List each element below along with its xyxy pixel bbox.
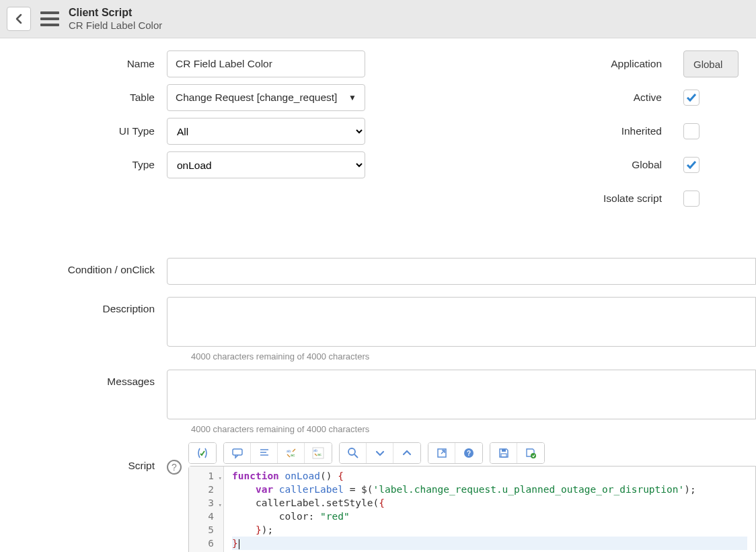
inherited-label: Inherited — [378, 125, 674, 137]
scroll-up-button[interactable] — [393, 443, 420, 463]
global-checkbox[interactable] — [683, 157, 700, 173]
help-button[interactable]: ? — [455, 443, 482, 463]
svg-rect-15 — [502, 449, 506, 452]
table-value: Change Request [change_request] — [176, 92, 337, 104]
back-button[interactable] — [7, 7, 31, 31]
popout-button[interactable] — [428, 443, 455, 463]
svg-text:ac: ac — [317, 452, 322, 456]
ui-type-label: UI Type — [0, 125, 167, 137]
active-checkbox[interactable] — [683, 90, 700, 106]
comment-icon — [231, 447, 243, 459]
chevron-down-icon — [374, 447, 386, 459]
format-icon — [258, 447, 270, 459]
syntax-button[interactable] — [189, 443, 216, 463]
messages-label: Messages — [0, 370, 167, 388]
application-value: Global — [683, 50, 739, 77]
chevron-down-icon: ▼ — [348, 93, 356, 102]
format-button[interactable] — [251, 443, 278, 463]
chevron-left-icon — [15, 13, 23, 24]
ui-type-select[interactable]: All — [167, 118, 365, 145]
messages-counter: 4000 characters remaining of 4000 charac… — [191, 424, 756, 434]
isolate-label: Isolate script — [378, 193, 674, 205]
name-label: Name — [0, 58, 167, 70]
description-counter: 4000 characters remaining of 4000 charac… — [191, 351, 756, 361]
popout-icon — [436, 447, 448, 459]
help-icon: ? — [463, 447, 475, 459]
script-editor[interactable]: 1▾23▾456 function onLoad() { var callerL… — [188, 466, 756, 552]
inherited-checkbox[interactable] — [683, 123, 700, 139]
global-label: Global — [378, 159, 674, 171]
save-icon — [498, 447, 510, 459]
condition-label: Condition / onClick — [0, 258, 167, 276]
save-script-button[interactable] — [490, 443, 517, 463]
svg-line-10 — [354, 454, 358, 458]
search-button[interactable] — [340, 443, 367, 463]
condition-field[interactable] — [167, 258, 756, 285]
page-header: Client Script CR Field Label Color — [0, 0, 756, 38]
menu-icon[interactable] — [40, 11, 59, 26]
header-title-block: Client Script CR Field Label Color — [69, 7, 162, 31]
isolate-checkbox[interactable] — [683, 191, 700, 207]
application-label: Application — [378, 58, 674, 70]
save-run-icon — [525, 447, 537, 459]
syntax-check-icon — [196, 447, 209, 459]
name-field[interactable] — [167, 50, 365, 77]
messages-field[interactable] — [167, 370, 756, 419]
check-icon — [686, 92, 697, 103]
page-subtitle: CR Field Label Color — [69, 20, 162, 31]
description-label: Description — [0, 297, 167, 315]
page-title: Client Script — [69, 7, 162, 19]
svg-point-16 — [531, 453, 536, 458]
help-icon[interactable]: ? — [167, 460, 182, 475]
svg-text:ac: ac — [291, 453, 295, 457]
table-select[interactable]: Change Request [change_request] ▼ — [167, 84, 365, 111]
script-toolbar: abac abac — [188, 442, 756, 464]
save-run-button[interactable] — [517, 443, 544, 463]
svg-rect-0 — [233, 449, 242, 455]
table-label: Table — [0, 92, 167, 104]
chevron-up-icon — [401, 447, 413, 459]
replace-all-button[interactable]: abac — [305, 443, 332, 463]
comment-button[interactable] — [224, 443, 251, 463]
replace-all-icon: abac — [312, 447, 324, 459]
type-select[interactable]: onLoad — [167, 151, 365, 178]
svg-point-9 — [348, 448, 355, 455]
svg-text:?: ? — [467, 450, 471, 457]
replace-button[interactable]: abac — [278, 443, 305, 463]
script-label: Script — [0, 442, 167, 472]
search-icon — [347, 447, 359, 459]
code-area[interactable]: function onLoad() { var callerLabel = $(… — [224, 467, 755, 552]
scroll-down-button[interactable] — [367, 443, 393, 463]
active-label: Active — [378, 92, 674, 104]
description-field[interactable] — [167, 297, 756, 347]
type-label: Type — [0, 159, 167, 171]
line-gutter: 1▾23▾456 — [189, 467, 224, 552]
replace-icon: abac — [285, 447, 297, 459]
check-icon — [686, 160, 697, 170]
